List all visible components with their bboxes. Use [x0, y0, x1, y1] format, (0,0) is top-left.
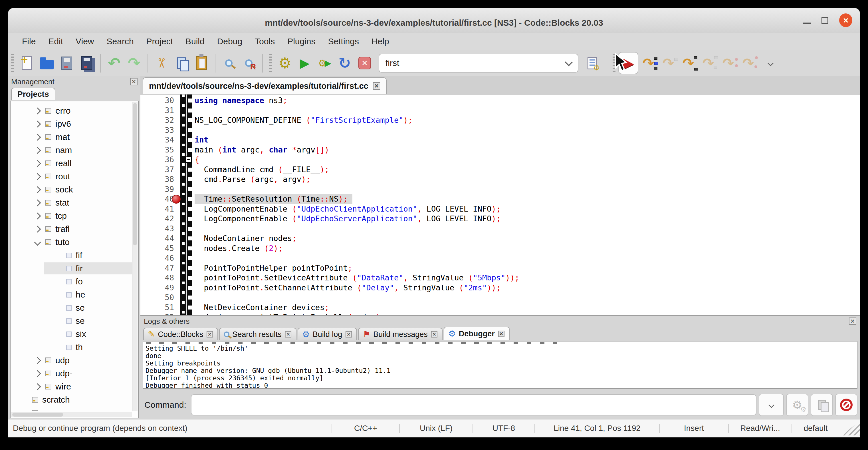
tree-item-nam[interactable]: nam: [10, 144, 132, 157]
tree-item-se[interactable]: se: [10, 314, 132, 328]
close-button[interactable]: ×: [839, 13, 852, 27]
debug-continue-button[interactable]: ▶: [618, 52, 638, 74]
menu-item-debug[interactable]: Debug: [211, 36, 249, 46]
command-history-dropdown[interactable]: [759, 394, 784, 416]
copy-button[interactable]: [172, 52, 191, 74]
chevron-right-icon[interactable]: [34, 147, 41, 154]
tree-item-fo[interactable]: fo: [10, 275, 132, 288]
tree-item-reall[interactable]: reall: [10, 157, 132, 170]
build-button[interactable]: ⚙: [275, 52, 295, 74]
logs-tab-search-results[interactable]: Search results✕: [219, 328, 297, 340]
tree-item-he[interactable]: he: [10, 288, 132, 301]
logs-tab-close-button[interactable]: ✕: [498, 331, 504, 337]
code-editor[interactable]: 30using namespace ns3;3132NS_LOG_COMPONE…: [141, 94, 860, 315]
menu-item-file[interactable]: File: [16, 36, 42, 46]
chevron-right-icon[interactable]: [34, 199, 41, 206]
toolbar-overflow-button[interactable]: [761, 52, 780, 74]
logs-tab-build-messages[interactable]: ⚑Build messages✕: [358, 328, 442, 340]
chevron-right-icon[interactable]: [34, 357, 41, 364]
chevron-right-icon[interactable]: [34, 212, 41, 219]
run-button[interactable]: ▶: [295, 52, 315, 74]
debugger-log[interactable]: Setting SHELL to '/bin/sh'doneSetting br…: [143, 341, 858, 389]
chevron-right-icon[interactable]: [34, 173, 41, 180]
logs-tab-debugger[interactable]: ⚙Debugger✕: [444, 327, 509, 340]
clear-log-button[interactable]: [835, 394, 858, 416]
chevron-right-icon[interactable]: [34, 108, 41, 114]
step-into-instruction-button[interactable]: ↷: [738, 52, 758, 74]
menu-item-view[interactable]: View: [69, 36, 100, 46]
tree-item-wire[interactable]: wire: [10, 380, 132, 393]
save-all-button[interactable]: [77, 52, 97, 74]
menu-item-plugins[interactable]: Plugins: [281, 36, 321, 46]
step-out-button[interactable]: ↷: [698, 52, 718, 74]
tree-vertical-scrollbar[interactable]: [132, 102, 137, 411]
project-tree[interactable]: erroipv6matnamreallroutsockstattcptraflt…: [10, 104, 132, 411]
logs-tab-close-button[interactable]: ✕: [207, 331, 213, 337]
undo-button[interactable]: ↶: [104, 52, 124, 74]
menu-item-settings[interactable]: Settings: [322, 36, 365, 46]
breakpoint-marker[interactable]: [172, 195, 181, 204]
copy-log-button[interactable]: [811, 394, 833, 416]
debug-settings-button[interactable]: ⚙: [786, 394, 808, 416]
logs-tab-close-button[interactable]: ✕: [431, 331, 437, 337]
toolbar-grip[interactable]: [11, 54, 14, 72]
menu-item-search[interactable]: Search: [100, 36, 140, 46]
chevron-right-icon[interactable]: [34, 160, 41, 167]
open-file-button[interactable]: [37, 52, 57, 74]
tree-item-fir[interactable]: fir: [10, 262, 132, 275]
tree-item-rout[interactable]: rout: [10, 170, 132, 183]
tree-item-udp[interactable]: udp: [10, 354, 132, 367]
chevron-right-icon[interactable]: [34, 370, 41, 377]
tree-item-fif[interactable]: fif: [10, 249, 132, 262]
chevron-right-icon[interactable]: [34, 226, 41, 233]
editor-tab-close-button[interactable]: ✕: [373, 82, 380, 90]
chevron-right-icon[interactable]: [34, 186, 41, 193]
scrollbar-thumb[interactable]: [133, 103, 137, 245]
tree-item-sock[interactable]: sock: [10, 183, 132, 196]
tree-item-mat[interactable]: mat: [10, 130, 132, 144]
menu-item-build[interactable]: Build: [179, 36, 211, 46]
menu-item-project[interactable]: Project: [140, 36, 179, 46]
toolbar-grip[interactable]: [269, 54, 272, 72]
rebuild-button[interactable]: ↻: [335, 52, 355, 74]
chevron-right-icon[interactable]: [34, 120, 41, 127]
tab-projects[interactable]: Projects: [11, 88, 55, 100]
title-bar[interactable]: mnt/dev/tools/source/ns-3-dev/examples/t…: [8, 8, 860, 33]
paste-button[interactable]: [191, 52, 211, 74]
logs-tab-build-log[interactable]: ⚙Build log✕: [298, 328, 357, 340]
logs-close-button[interactable]: ✕: [849, 318, 856, 325]
tree-item-stat[interactable]: stat: [10, 196, 132, 209]
step-into-button[interactable]: ↷: [678, 52, 698, 74]
maximize-button[interactable]: [822, 17, 828, 24]
run-to-cursor-button[interactable]: ↷: [638, 52, 658, 74]
abort-button[interactable]: ✕: [355, 52, 375, 74]
menu-item-tools[interactable]: Tools: [249, 36, 281, 46]
cut-button[interactable]: ✂: [152, 52, 172, 74]
tree-horizontal-scrollbar[interactable]: [11, 412, 132, 417]
replace-button[interactable]: R: [239, 52, 259, 74]
logs-tab-code-blocks[interactable]: ✎Code::Blocks✕: [143, 328, 218, 340]
logs-tab-close-button[interactable]: ✕: [345, 331, 352, 337]
logs-tab-close-button[interactable]: ✕: [285, 331, 291, 337]
tree-item-ipv6[interactable]: ipv6: [10, 117, 132, 130]
minimize-button[interactable]: [803, 23, 811, 24]
chevron-right-icon[interactable]: [34, 383, 41, 390]
build-and-run-button[interactable]: ⚙▶: [315, 52, 335, 74]
redo-button[interactable]: ↷: [124, 52, 144, 74]
scrollbar-thumb[interactable]: [12, 413, 63, 417]
command-input[interactable]: [191, 394, 756, 416]
tree-item-tcp[interactable]: tcp: [10, 209, 132, 222]
tree-item-six[interactable]: six: [10, 328, 132, 341]
next-line-button[interactable]: ↷: [658, 52, 678, 74]
tree-item-trafl[interactable]: trafl: [10, 222, 132, 236]
chevron-down-icon[interactable]: [34, 239, 41, 245]
next-instruction-button[interactable]: ↷: [718, 52, 738, 74]
compile-target-options-button[interactable]: [582, 52, 602, 74]
tree-item-src[interactable]: src: [10, 406, 132, 411]
tree-item-tuto[interactable]: tuto: [10, 236, 132, 249]
management-close-button[interactable]: ✕: [130, 78, 137, 85]
tree-item-udp-[interactable]: udp-: [10, 367, 132, 380]
save-button[interactable]: [57, 52, 77, 74]
new-file-button[interactable]: [17, 52, 37, 74]
menu-item-help[interactable]: Help: [365, 36, 396, 46]
